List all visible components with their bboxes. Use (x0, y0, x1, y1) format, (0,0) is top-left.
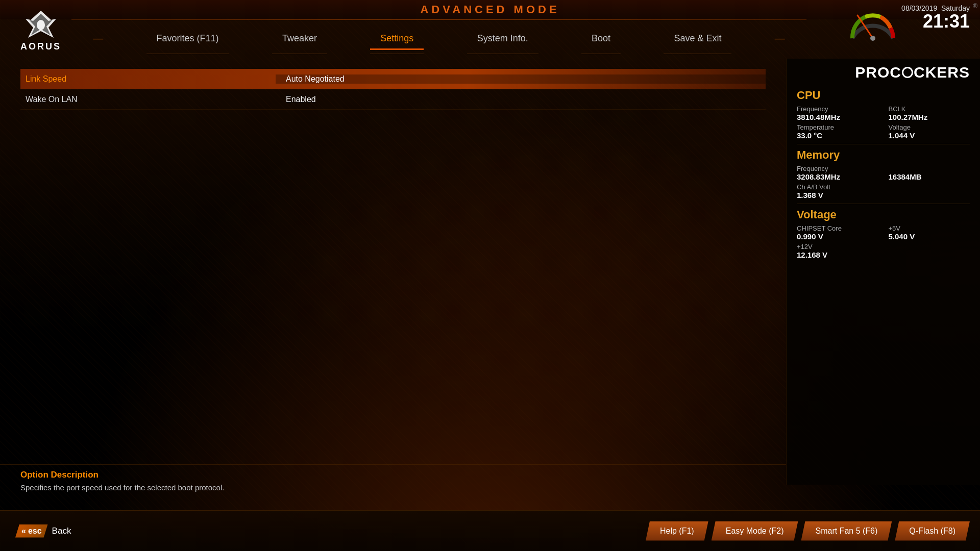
setting-row-wake-on-lan[interactable]: Wake On LAN Enabled (20, 89, 766, 110)
header-divider (71, 19, 806, 20)
main-content: Link Speed Auto Negotiated Wake On LAN E… (0, 59, 786, 485)
option-description-text: Specifies the port speed used for the se… (20, 483, 766, 492)
memory-ch-volt-value: 1.368 V (797, 191, 878, 199)
option-description-title: Option Description (20, 470, 766, 480)
datetime-area: 08/03/2019 Saturday 21:31 (901, 4, 970, 31)
title-bar: ADVANCED MODE (0, 0, 980, 19)
plus5v-item: +5V 5.040 V (889, 224, 970, 241)
memory-size-value: 16384MB (889, 172, 970, 181)
plus12v-label: +12V (797, 243, 878, 251)
cpu-stats: Frequency 3810.48MHz BCLK 100.27MHz Temp… (797, 105, 970, 140)
action-buttons: Help (F1) Easy Mode (F2) Smart Fan 5 (F6… (646, 521, 980, 541)
tab-tweaker[interactable]: Tweaker (272, 29, 327, 48)
setting-value-link-speed: Auto Negotiated (276, 74, 766, 84)
cpu-temperature-value: 33.0 °C (797, 131, 878, 140)
cpu-frequency-item: Frequency 3810.48MHz (797, 105, 878, 121)
setting-value-wake-on-lan: Enabled (276, 95, 766, 104)
plus5v-label: +5V (889, 224, 970, 232)
esc-back-area[interactable]: esc Back (0, 524, 86, 538)
plus12v-item: +12V 12.168 V (797, 243, 878, 259)
q-flash-button[interactable]: Q-Flash (F8) (895, 521, 970, 541)
bottom-buttons-bar: esc Back Help (F1) Easy Mode (F2) Smart … (0, 510, 980, 551)
cpu-bclk-item: BCLK 100.27MHz (889, 105, 970, 121)
back-label: Back (52, 526, 71, 536)
cpu-temperature-item: Temperature 33.0 °C (797, 123, 878, 140)
esc-label[interactable]: esc (15, 524, 48, 538)
help-button[interactable]: Help (F1) (646, 521, 708, 541)
plus12v-value: 12.168 V (797, 251, 878, 259)
voltage-section-title: Voltage (797, 208, 970, 221)
option-description-area: Option Description Specifies the port sp… (0, 464, 786, 510)
setting-label-wake-on-lan: Wake On LAN (20, 95, 276, 104)
voltage-stats: CHIPSET Core 0.990 V +5V 5.040 V +12V 12… (797, 224, 970, 259)
cpu-voltage-item: Voltage 1.044 V (889, 123, 970, 140)
right-panel: PROCCKERS CPU Frequency 3810.48MHz BCLK … (786, 59, 980, 485)
chipset-core-item: CHIPSET Core 0.990 V (797, 224, 878, 241)
smart-fan-button[interactable]: Smart Fan 5 (F6) (801, 521, 892, 541)
nav-tabs: — Favorites (F11) Tweaker Settings Syste… (71, 20, 806, 56)
gauge-decoration (847, 3, 898, 43)
logo-circle-o (902, 67, 913, 78)
cpu-voltage-value: 1.044 V (889, 131, 970, 140)
memory-ch-volt-item: Ch A/B Volt 1.368 V (797, 183, 878, 199)
proclockers-logo: PROCCKERS (797, 64, 970, 84)
memory-frequency-item: Frequency 3208.83MHz (797, 165, 878, 181)
setting-row-link-speed[interactable]: Link Speed Auto Negotiated (20, 69, 766, 89)
memory-size-label (889, 165, 970, 172)
easy-mode-button[interactable]: Easy Mode (F2) (712, 521, 798, 541)
plus5v-value: 5.040 V (889, 232, 970, 241)
memory-ch-volt-label: Ch A/B Volt (797, 183, 878, 191)
cpu-frequency-value: 3810.48MHz (797, 113, 878, 121)
memory-section-title: Memory (797, 148, 970, 162)
nav-bracket-right: — (775, 33, 785, 44)
svg-point-4 (870, 36, 875, 41)
time-display: 21:31 (923, 12, 970, 31)
memory-size-item: 16384MB (889, 165, 970, 181)
tab-save-exit[interactable]: Save & Exit (664, 29, 731, 48)
cpu-memory-divider (797, 144, 970, 144)
page-title: ADVANCED MODE (420, 3, 559, 16)
tab-favorites[interactable]: Favorites (F11) (146, 29, 229, 48)
memory-voltage-divider (797, 204, 970, 204)
logo-area: AORUS (10, 3, 71, 59)
cpu-frequency-label: Frequency (797, 105, 878, 113)
nav-bracket-left: — (93, 33, 103, 44)
svg-point-2 (37, 20, 45, 30)
tab-system-info[interactable]: System Info. (467, 29, 538, 48)
chipset-core-label: CHIPSET Core (797, 224, 878, 232)
cpu-voltage-label: Voltage (889, 123, 970, 131)
tab-settings[interactable]: Settings (370, 29, 424, 48)
cpu-temperature-label: Temperature (797, 123, 878, 131)
registration-mark: ® (973, 3, 977, 10)
memory-frequency-label: Frequency (797, 165, 878, 172)
aorus-logo: AORUS (20, 10, 61, 52)
chipset-core-value: 0.990 V (797, 232, 878, 241)
cpu-section-title: CPU (797, 89, 970, 102)
memory-frequency-value: 3208.83MHz (797, 172, 878, 181)
cpu-bclk-value: 100.27MHz (889, 113, 970, 121)
setting-label-link-speed: Link Speed (20, 74, 276, 84)
cpu-bclk-label: BCLK (889, 105, 970, 113)
aorus-text: AORUS (20, 41, 61, 52)
eagle-icon (23, 10, 59, 40)
tab-boot[interactable]: Boot (581, 29, 621, 48)
memory-stats: Frequency 3208.83MHz 16384MB Ch A/B Volt… (797, 165, 970, 199)
